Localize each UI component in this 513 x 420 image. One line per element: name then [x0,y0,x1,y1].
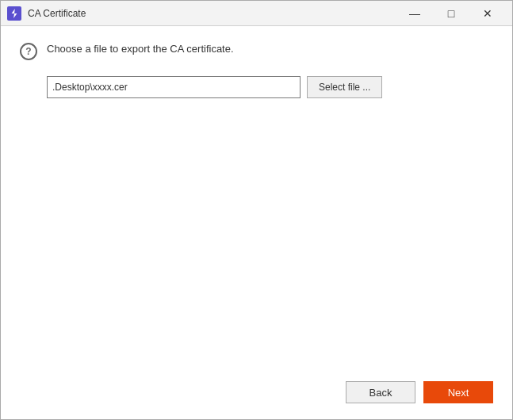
minimize-button[interactable]: — [396,1,433,26]
dialog-content: ? Choose a file to export the CA certifi… [1,26,512,372]
main-window: CA Certificate — □ ✕ ? Choose a file to … [0,0,513,420]
select-file-button[interactable]: Select file ... [307,76,382,98]
header-row: ? Choose a file to export the CA certifi… [20,42,493,60]
back-button[interactable]: Back [346,381,415,403]
maximize-button[interactable]: □ [433,1,469,26]
file-path-input[interactable] [47,76,301,98]
window-controls: — □ ✕ [396,1,506,26]
next-button[interactable]: Next [423,381,493,403]
help-icon: ? [20,43,37,60]
window-title: CA Certificate [28,8,396,19]
file-row: Select file ... [47,76,493,98]
svg-marker-0 [12,9,17,18]
close-button[interactable]: ✕ [469,1,506,26]
app-icon [7,6,21,21]
dialog-footer: Back Next [1,372,512,419]
title-bar: CA Certificate — □ ✕ [1,1,512,26]
description-text: Choose a file to export the CA certifica… [47,42,234,56]
